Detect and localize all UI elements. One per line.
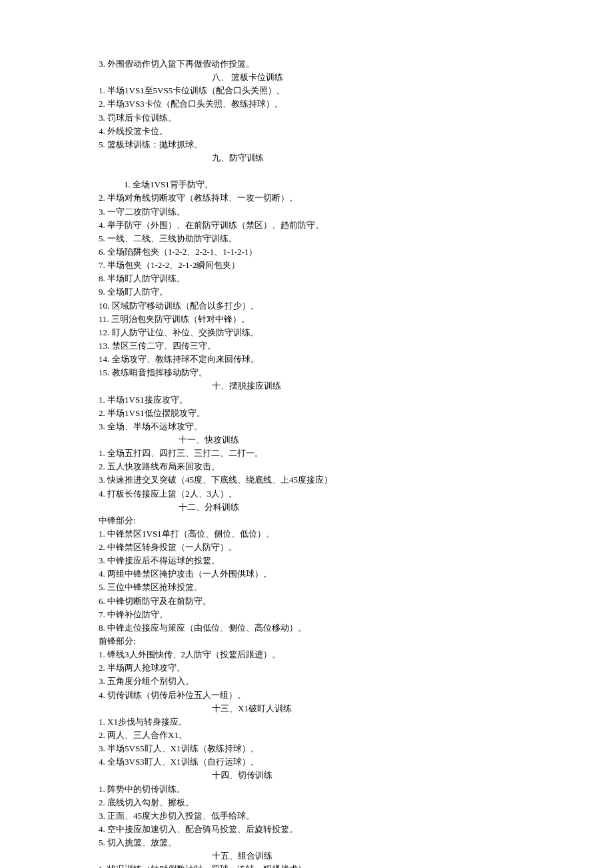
text-line: 4. 打板长传接应上篮（2人、3人）。 — [99, 487, 613, 501]
text-line: 十四、切传训练 — [99, 769, 613, 782]
text-line: 7. 半场包夹（1-2-2、2-1-2瞬间包夹） — [99, 259, 613, 272]
text-line: 15. 教练哨音指挥移动防守。 — [99, 366, 613, 379]
text-line: 3. 全场、半场不运球攻守。 — [99, 420, 613, 433]
text-line: 1. 全场1VS1背手防守。 — [99, 178, 613, 191]
text-line: 3. 外围假动作切入篮下再做假动作投篮。 — [99, 57, 613, 71]
document-page: 3. 外围假动作切入篮下再做假动作投篮。八、 篮板卡位训练1. 半场1VS1至5… — [0, 0, 613, 868]
text-line: 5. 切入挑篮、放篮。 — [99, 836, 613, 849]
text-line: 1. 阵势中的切传训练。 — [99, 783, 613, 796]
text-line: 9. 全场盯人防守。 — [99, 285, 613, 299]
text-line: 十二、分科训练 — [99, 501, 613, 514]
text-line: 2. 半场两人抢球攻守。 — [99, 661, 613, 675]
text-line: 1. 锋线3人外围快传、2人防守（投篮后跟进）。 — [99, 648, 613, 661]
text-line: 5. 一线、二线、三线协助防守训练。 — [99, 232, 613, 245]
text-line: 九、防守训练 — [99, 151, 613, 165]
text-line: 1. 中锋禁区1VS1单打（高位、侧位、低位）。 — [99, 527, 613, 541]
text-line: 2. 五人快攻路线布局来回攻击。 — [99, 460, 613, 473]
text-line: 4. 空中接应加速切入、配合骑马投篮、后旋转投篮。 — [99, 823, 613, 836]
text-line: 2. 底线切入勾射、擦板。 — [99, 796, 613, 809]
text-line: 十五、组合训练 — [99, 849, 613, 863]
text-line: 十、摆脱接应训练 — [99, 379, 613, 393]
text-line: 12. 盯人防守让位、补位、交换防守训练。 — [99, 326, 613, 339]
text-line: 7. 中锋补位防守。 — [99, 608, 613, 621]
text-line: 8. 中锋走位接应与策应（由低位、侧位、高位移动）。 — [99, 621, 613, 635]
text-line: 4. 全场3VS3盯人、X1训练（自行运球）。 — [99, 755, 613, 769]
text-line: 3. 五角度分组个别切入。 — [99, 675, 613, 688]
text-line: 5. 三位中锋禁区抢球投篮。 — [99, 581, 613, 594]
text-line: 2. 中锋禁区转身投篮（一人防守）。 — [99, 541, 613, 554]
text-line: 4. 外线投篮卡位。 — [99, 125, 613, 138]
text-line: 2. 半场1VS1低位摆脱攻守。 — [99, 407, 613, 420]
text-line: 1. 全场五打四、四打三、三打二、二打一。 — [99, 447, 613, 460]
text-line: 13. 禁区三传二守、四传三守。 — [99, 339, 613, 353]
text-line: 3. 快速推进交叉突破（45度、下底线、绕底线、上45度接应） — [99, 473, 613, 487]
text-line: 2. 半场对角线切断攻守（教练持球、一攻一切断）。 — [99, 191, 613, 205]
text-line: 6. 全场陷阱包夹（1-2-2、2-2-1、1-1-2-1） — [99, 245, 613, 259]
text-line: 十三、X1破盯人训练 — [99, 702, 613, 715]
text-line: 3. 一守二攻防守训练。 — [99, 205, 613, 219]
text-line: 1. 状况训练（针对倒数计时、罚球、冻结、犯规战术）。 — [99, 863, 613, 868]
text-line: 4. 两组中锋禁区掩护攻击（一人外围供球）。 — [99, 567, 613, 581]
text-line: 十一、快攻训练 — [99, 433, 613, 447]
text-line: 2. 半场3VS3卡位（配合口头关照、教练持球）。 — [99, 97, 613, 111]
text-line: 5. 篮板球训练：抛球抓球。 — [99, 138, 613, 151]
text-line: 14. 全场攻守、教练持球不定向来回传球。 — [99, 353, 613, 366]
text-line: 1. X1步伐与转身接应。 — [99, 715, 613, 729]
text-line: 11. 三明治包夹防守训练（针对中锋）。 — [99, 313, 613, 326]
text-line: 3. 正面、45度大步切入投篮、低手给球。 — [99, 809, 613, 823]
text-line: 前锋部分: — [99, 635, 613, 648]
text-line: 3. 中锋接应后不得运球的投篮。 — [99, 554, 613, 567]
text-line: 4. 切传训练（切传后补位五人一组）。 — [99, 689, 613, 702]
text-line — [99, 165, 613, 178]
text-line: 8. 半场盯人防守训练。 — [99, 272, 613, 285]
text-line: 3. 罚球后卡位训练。 — [99, 111, 613, 125]
text-line: 4. 举手防守（外围）、在前防守训练（禁区）、趋前防守。 — [99, 219, 613, 232]
text-line: 3. 半场5VS5盯人、X1训练（教练持球）。 — [99, 742, 613, 755]
text-line: 八、 篮板卡位训练 — [99, 71, 613, 84]
text-line: 2. 两人、三人合作X1。 — [99, 729, 613, 742]
text-line: 1. 半场1VS1至5VS5卡位训练（配合口头关照）。 — [99, 84, 613, 97]
text-line: 10. 区域防守移动训练（配合以多打少）。 — [99, 299, 613, 313]
text-line: 1. 半场1VS1接应攻守。 — [99, 393, 613, 407]
text-line: 中锋部分: — [99, 514, 613, 527]
text-line: 6. 中锋切断防守及在前防守。 — [99, 595, 613, 608]
